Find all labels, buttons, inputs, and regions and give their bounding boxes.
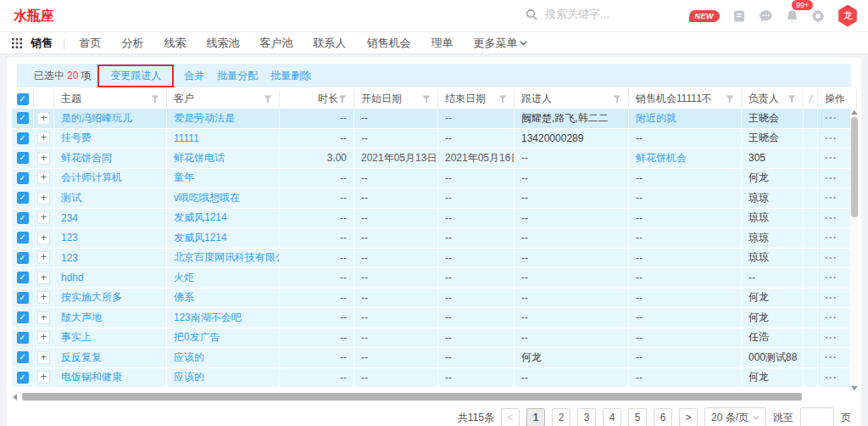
- page-button-2[interactable]: 2: [552, 408, 570, 426]
- row-actions-button[interactable]: ···: [825, 212, 837, 224]
- row-checkbox[interactable]: ✓: [17, 372, 29, 384]
- row-expand-button[interactable]: +: [37, 211, 50, 224]
- row-actions-button[interactable]: ···: [825, 292, 837, 304]
- row-checkbox[interactable]: ✓: [17, 311, 29, 323]
- page-button-5[interactable]: 5: [628, 408, 647, 426]
- horizontal-scrollbar[interactable]: [12, 392, 850, 401]
- row-checkbox[interactable]: ✓: [17, 152, 29, 164]
- current-module-label[interactable]: 销售: [31, 36, 53, 51]
- row-checkbox[interactable]: ✓: [17, 192, 29, 204]
- row-expand-button[interactable]: +: [37, 291, 50, 304]
- row-expand-button[interactable]: +: [37, 232, 50, 244]
- customer-link[interactable]: 佛系: [174, 290, 194, 305]
- row-checkbox[interactable]: ✓: [17, 351, 29, 363]
- filter-icon[interactable]: [422, 95, 431, 104]
- subject-link[interactable]: 皵大声地: [61, 311, 102, 325]
- apps-grid-icon[interactable]: [12, 38, 22, 48]
- nav-item-7[interactable]: 销售机会: [366, 36, 410, 51]
- row-checkbox[interactable]: ✓: [17, 252, 29, 264]
- filter-icon[interactable]: [151, 95, 159, 104]
- customer-link[interactable]: 应该的: [174, 370, 204, 384]
- row-expand-button[interactable]: +: [37, 171, 50, 184]
- row-expand-button[interactable]: +: [37, 132, 50, 144]
- row-expand-button[interactable]: +: [37, 371, 50, 384]
- nav-item-1[interactable]: 首页: [79, 36, 101, 51]
- page-button-4[interactable]: 4: [603, 408, 621, 426]
- nav-item-6[interactable]: 联系人: [313, 36, 346, 51]
- row-expand-button[interactable]: +: [37, 192, 50, 205]
- row-expand-button[interactable]: +: [37, 251, 50, 264]
- batch-assign-button[interactable]: 批量分配: [217, 69, 258, 83]
- col-header-check[interactable]: ✓: [12, 89, 34, 109]
- subject-link[interactable]: 鲜花饼合同: [61, 151, 112, 165]
- subject-link[interactable]: 挂号费: [61, 131, 92, 145]
- page-button-6[interactable]: 6: [654, 408, 672, 426]
- subject-link[interactable]: 事实上: [61, 330, 92, 345]
- customer-link[interactable]: 鲜花饼电话: [174, 151, 225, 165]
- row-checkbox[interactable]: ✓: [17, 112, 29, 124]
- horizontal-scroll-thumb[interactable]: [22, 393, 802, 401]
- row-actions-button[interactable]: ···: [825, 311, 837, 323]
- subject-link[interactable]: 是的冯绍峰玩儿: [61, 111, 132, 126]
- vertical-scroll-thumb[interactable]: [851, 117, 858, 217]
- customer-link[interactable]: 11111: [174, 132, 199, 144]
- subject-link[interactable]: 会计师计算机: [61, 171, 122, 185]
- customer-link[interactable]: 火炬: [174, 271, 194, 285]
- messages-icon[interactable]: [759, 9, 773, 23]
- customer-link[interactable]: 北京百度网讯科技有限公司: [174, 250, 280, 265]
- row-actions-button[interactable]: ···: [825, 232, 837, 244]
- filter-icon[interactable]: [726, 95, 734, 104]
- row-actions-button[interactable]: ···: [825, 372, 837, 384]
- subject-link[interactable]: 234: [61, 212, 78, 224]
- subject-link[interactable]: hdhd: [61, 272, 84, 283]
- filter-icon[interactable]: [498, 95, 507, 104]
- notifications-bell-icon[interactable]: [786, 9, 798, 23]
- subject-link[interactable]: 123: [61, 252, 78, 264]
- notebook-icon[interactable]: [732, 9, 746, 23]
- opportunity-link[interactable]: 鲜花饼机会: [636, 151, 687, 165]
- row-expand-button[interactable]: +: [37, 351, 50, 364]
- customer-link[interactable]: 发威风1214: [174, 210, 227, 225]
- row-checkbox[interactable]: ✓: [17, 332, 29, 344]
- prev-page-button[interactable]: <: [501, 408, 520, 426]
- page-button-3[interactable]: 3: [577, 408, 596, 426]
- customer-link[interactable]: 爱是劳动法是: [174, 111, 235, 126]
- page-button-1[interactable]: 1: [526, 408, 545, 426]
- row-actions-button[interactable]: ···: [825, 351, 837, 363]
- opportunity-link[interactable]: 附近的就: [636, 111, 676, 126]
- row-actions-button[interactable]: ···: [825, 132, 837, 144]
- row-expand-button[interactable]: +: [37, 272, 50, 284]
- row-checkbox[interactable]: ✓: [17, 232, 29, 244]
- nav-item-8[interactable]: 理单: [431, 36, 453, 51]
- row-expand-button[interactable]: +: [37, 311, 50, 324]
- row-expand-button[interactable]: +: [37, 152, 50, 165]
- row-actions-button[interactable]: ···: [825, 152, 837, 164]
- filter-icon[interactable]: [613, 95, 621, 104]
- customer-link[interactable]: 发威风1214: [174, 231, 227, 245]
- change-follower-button[interactable]: 变更跟进人: [97, 64, 174, 87]
- scroll-up-arrow-icon[interactable]: [851, 110, 858, 115]
- settings-gear-icon[interactable]: [811, 9, 825, 23]
- row-actions-button[interactable]: ···: [825, 332, 837, 344]
- row-checkbox[interactable]: ✓: [17, 292, 29, 304]
- nav-item-4[interactable]: 线索池: [206, 36, 239, 51]
- global-search[interactable]: [526, 7, 674, 21]
- select-all-checkbox[interactable]: ✓: [17, 93, 29, 105]
- scroll-left-arrow-icon[interactable]: [13, 394, 17, 401]
- customer-link[interactable]: v哦吃哦想哦在: [174, 191, 240, 205]
- row-expand-button[interactable]: +: [37, 112, 50, 125]
- customer-link[interactable]: 123南湖不会吧: [174, 311, 242, 325]
- next-page-button[interactable]: >: [679, 408, 698, 426]
- row-actions-button[interactable]: ···: [825, 192, 837, 204]
- customer-link[interactable]: 把0发广告: [174, 330, 220, 345]
- merge-button[interactable]: 合并: [184, 69, 204, 83]
- row-actions-button[interactable]: ···: [825, 172, 837, 184]
- search-input[interactable]: [543, 7, 674, 21]
- user-avatar[interactable]: 龙: [837, 5, 858, 27]
- filter-icon[interactable]: [787, 95, 796, 104]
- filter-icon[interactable]: [264, 95, 272, 104]
- filter-icon[interactable]: [338, 95, 347, 104]
- more-menu-button[interactable]: 更多菜单: [473, 36, 527, 51]
- row-checkbox[interactable]: ✓: [17, 132, 29, 144]
- page-jump-input[interactable]: [800, 407, 834, 426]
